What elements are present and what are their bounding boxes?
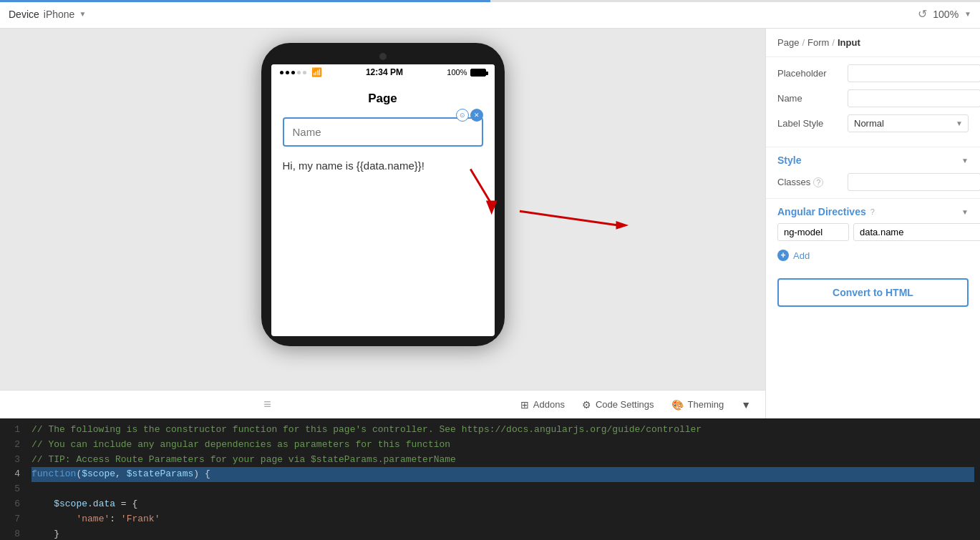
code-line-7: 'name': 'Frank' [31,512,974,527]
code-line-1: // The following is the constructor func… [31,423,974,438]
properties-section: Placeholder Name Label Style Normal Bold… [766,57,980,147]
signal-dot-5 [303,71,306,74]
classes-label-text: Classes [777,177,810,187]
iphone-body-text: Hi, my name is {{data.name}}! [283,158,483,175]
wifi-icon: 📶 [311,67,322,77]
signal-dot-3 [291,71,295,74]
line-num-3: 3 [0,453,20,468]
iphone-name-input[interactable] [283,117,483,147]
label-style-select[interactable]: Normal Bold Italic [848,114,969,132]
add-directive-label: Add [793,250,810,261]
input-copy-btn[interactable]: ⊙ [456,109,469,122]
code-settings-label: Code Settings [596,399,654,410]
breadcrumb-form[interactable]: Form [807,37,829,48]
line-num-2: 2 [0,438,20,453]
add-directive-row[interactable]: + Add [777,247,969,270]
battery-icon [470,69,486,77]
param-scope: $scope [82,468,115,479]
directive-collapse-arrow: ▼ [961,208,969,216]
line-num-6: 6 [0,497,20,512]
angular-directives-section: Angular Directives ? ▼ </> ✕ + Add [766,199,980,270]
style-section-arrow: ▼ [961,157,969,165]
line-num-4: 4 [0,467,20,482]
battery-percent: 100% [447,68,467,77]
placeholder-input[interactable] [848,64,980,82]
name-value: 'Frank' [121,514,160,524]
classes-input[interactable] [848,173,980,191]
label-style-select-wrapper: Normal Bold Italic ▼ [848,114,969,132]
directive-title: Angular Directives [777,206,866,217]
label-style-label: Label Style [777,118,842,129]
input-remove-btn[interactable]: ✕ [470,109,483,122]
device-dropdown-arrow[interactable]: ▼ [79,10,86,18]
keyword-function: function [31,468,76,479]
name-input[interactable] [848,89,980,107]
bottom-toolbar: ≡ ⊞ Addons ⚙ Code Settings 🎨 Theming ▼ [0,390,765,418]
code-editor: 1 2 3 4 5 6 7 8 9 10 // The following is… [0,418,980,540]
svg-line-2 [520,211,618,225]
zoom-value: 100% [933,9,959,20]
addons-label: Addons [533,399,565,410]
convert-to-html-button[interactable]: Convert to HTML [777,278,969,307]
breadcrumb-page[interactable]: Page [777,37,799,48]
camera-icon [379,53,387,60]
arrow-to-panel [520,211,629,230]
zoom-dropdown-arrow[interactable]: ▼ [964,10,971,18]
toolbar-items: ⊞ Addons ⚙ Code Settings 🎨 Theming ▼ [520,399,751,411]
theming-toolbar-item[interactable]: 🎨 Theming [671,399,724,411]
classes-label: Classes ? [777,177,842,187]
classes-help-icon[interactable]: ? [813,177,823,187]
refresh-icon[interactable]: ↺ [918,7,927,21]
name-label: Name [777,93,842,104]
directive-name-input[interactable] [777,223,849,241]
iphone-notch [271,53,495,60]
device-label: Device [9,9,39,20]
svg-marker-3 [616,221,629,230]
panel-breadcrumb: Page / Form / Input [766,29,980,57]
placeholder-label: Placeholder [777,68,842,79]
canvas-area: 📶 12:34 PM 100% Page ⊙ ✕ [0,29,765,418]
signal-dot-2 [286,71,289,74]
classes-row: Classes ? [766,170,980,199]
breadcrumb-sep-1: / [802,37,805,48]
addons-toolbar-item[interactable]: ⊞ Addons [520,399,565,411]
down-arrow-icon[interactable]: ▼ [741,399,751,411]
directive-value-input[interactable] [853,223,980,241]
iphone-page-content: Page ⊙ ✕ Hi, my name is {{data.name}}! [271,80,495,186]
label-style-field: Label Style Normal Bold Italic ▼ [777,114,969,132]
directive-header[interactable]: Angular Directives ? ▼ [777,199,969,223]
status-right: 100% [447,68,485,77]
code-settings-toolbar-item[interactable]: ⚙ Code Settings [582,399,654,411]
code-line-2: // You can include any angular dependenc… [31,438,974,453]
status-time: 12:34 PM [322,67,447,77]
drag-handle-icon: ≡ [263,397,271,412]
code-line-5 [31,482,974,497]
top-bar-right: ↺ 100% ▼ [918,7,971,21]
line-num-7: 7 [0,512,20,527]
directive-help-icon[interactable]: ? [870,207,875,216]
directive-title-wrapper: Angular Directives ? [777,206,875,217]
scope-data: $scope.data [54,499,115,509]
param-state: $stateParams [127,468,194,479]
theming-icon: 🎨 [671,399,684,411]
code-line-4: function($scope, $stateParams) { [31,467,974,482]
line-numbers: 1 2 3 4 5 6 7 8 9 10 [0,418,26,540]
theming-label: Theming [688,399,724,410]
code-settings-icon: ⚙ [582,399,591,411]
style-section-header[interactable]: Style ▼ [766,147,980,170]
input-controls: ⊙ ✕ [456,109,483,122]
device-selector[interactable]: iPhone [44,9,75,20]
name-key: 'name' [76,514,110,524]
breadcrumb-sep-2: / [832,37,835,48]
signal-dot-1 [280,71,283,74]
code-content[interactable]: // The following is the constructor func… [26,418,980,540]
main-content: 📶 12:34 PM 100% Page ⊙ ✕ [0,29,980,418]
top-bar-left: Device iPhone ▼ [9,9,86,20]
line-num-1: 1 [0,423,20,438]
right-panel: Page / Form / Input Placeholder Name Lab… [765,29,980,418]
iphone-input-wrapper: ⊙ ✕ [283,117,483,147]
line-num-5: 5 [0,482,20,497]
iphone-page-title: Page [283,92,483,106]
status-left: 📶 [280,67,322,77]
iphone-screen: 📶 12:34 PM 100% Page ⊙ ✕ [271,64,495,336]
